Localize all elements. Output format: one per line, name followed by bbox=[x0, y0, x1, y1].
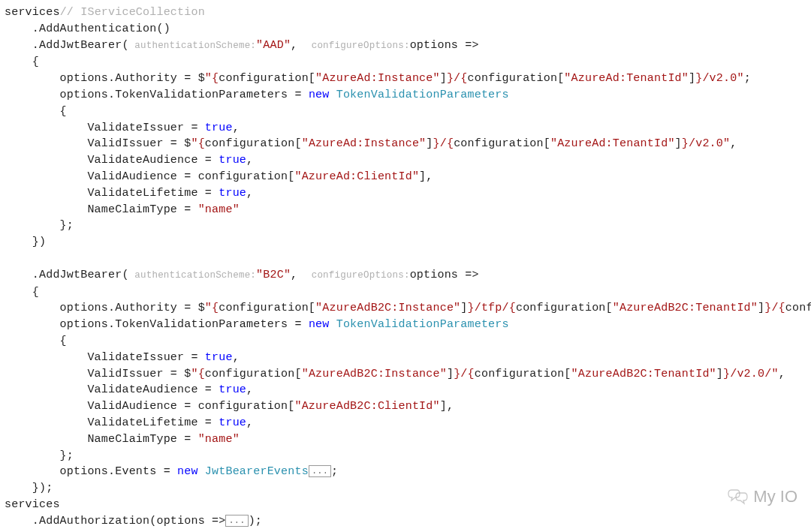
code-line: options.Authority = $"{configuration["Az… bbox=[5, 302, 811, 314]
code-line: ValidateLifetime = true, bbox=[5, 416, 253, 429]
code-line: ValidateIssuer = true, bbox=[5, 122, 240, 134]
code-line: ValidAudience = configuration["AzureAd:C… bbox=[5, 170, 433, 183]
code-line: ValidIssuer = $"{configuration["AzureAdB… bbox=[5, 368, 785, 380]
code-line: { bbox=[5, 56, 39, 68]
code-line: options.TokenValidationParameters = new … bbox=[5, 318, 509, 331]
code-line: { bbox=[5, 335, 67, 347]
code-line: NameClaimType = "name" bbox=[5, 433, 240, 446]
code-line: NameClaimType = "name" bbox=[5, 203, 240, 216]
code-line: { bbox=[5, 105, 67, 118]
code-line: ValidateAudience = true, bbox=[5, 383, 253, 396]
code-line: services// IServiceCollection bbox=[5, 6, 205, 19]
code-line: .AddAuthentication() bbox=[5, 23, 170, 35]
code-line: ValidateLifetime = true, bbox=[5, 187, 253, 200]
code-line: .AddJwtBearer( authenticationScheme:"B2C… bbox=[5, 269, 479, 281]
code-line: }; bbox=[5, 449, 74, 462]
code-line: ValidAudience = configuration["AzureAdB2… bbox=[5, 400, 454, 413]
code-line: options.Authority = $"{configuration["Az… bbox=[5, 72, 751, 85]
code-line: .AddAuthorization(options =>...); bbox=[5, 515, 262, 527]
code-editor[interactable]: services// IServiceCollection .AddAuthen… bbox=[0, 0, 811, 530]
code-line: options.Events = new JwtBearerEvents...; bbox=[5, 465, 338, 478]
code-line: }; bbox=[5, 219, 74, 232]
code-line: ValidIssuer = $"{configuration["AzureAd:… bbox=[5, 137, 737, 150]
fold-ellipsis-icon[interactable]: ... bbox=[225, 515, 248, 527]
code-line: services bbox=[5, 498, 60, 511]
code-line: .AddJwtBearer( authenticationScheme:"AAD… bbox=[5, 39, 479, 52]
code-line: options.TokenValidationParameters = new … bbox=[5, 89, 509, 101]
code-line: }) bbox=[5, 236, 46, 248]
code-line: }); bbox=[5, 482, 53, 494]
code-line: { bbox=[5, 286, 39, 299]
code-line: ValidateAudience = true, bbox=[5, 154, 253, 167]
fold-ellipsis-icon[interactable]: ... bbox=[309, 465, 331, 477]
code-line: ValidateIssuer = true, bbox=[5, 351, 240, 364]
